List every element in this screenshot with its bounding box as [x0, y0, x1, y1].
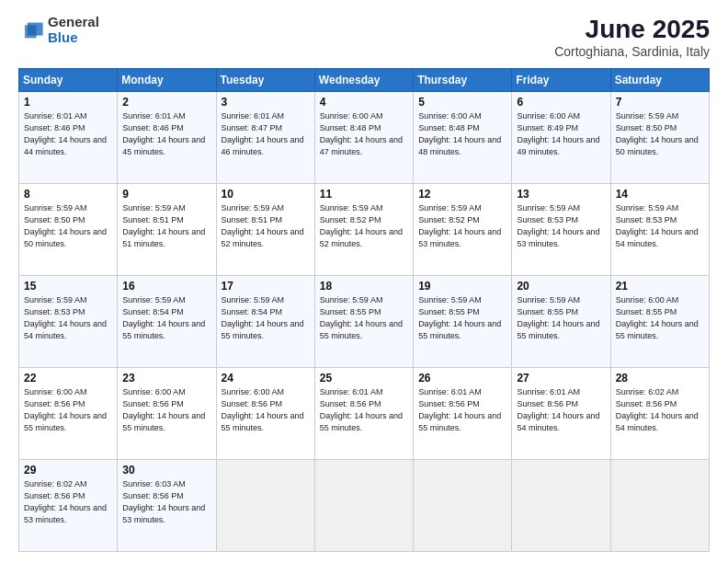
table-row: 11Sunrise: 5:59 AMSunset: 8:52 PMDayligh… [314, 184, 413, 276]
day-number: 7 [616, 96, 704, 109]
day-number: 29 [24, 464, 112, 477]
table-row: 13Sunrise: 5:59 AMSunset: 8:53 PMDayligh… [512, 184, 610, 276]
table-row: 30Sunrise: 6:03 AMSunset: 8:56 PMDayligh… [118, 460, 216, 552]
day-info: Sunrise: 5:59 AMSunset: 8:52 PMDaylight:… [418, 202, 506, 250]
day-info: Sunrise: 6:00 AMSunset: 8:48 PMDaylight:… [320, 110, 408, 158]
day-info: Sunrise: 5:59 AMSunset: 8:51 PMDaylight:… [222, 202, 310, 250]
day-info: Sunrise: 6:00 AMSunset: 8:56 PMDaylight:… [24, 386, 112, 434]
table-row: 15Sunrise: 5:59 AMSunset: 8:53 PMDayligh… [19, 276, 118, 368]
day-info: Sunrise: 6:01 AMSunset: 8:56 PMDaylight:… [418, 386, 506, 434]
day-info: Sunrise: 6:00 AMSunset: 8:56 PMDaylight:… [222, 386, 310, 434]
table-row: 6Sunrise: 6:00 AMSunset: 8:49 PMDaylight… [512, 92, 610, 184]
table-row: 7Sunrise: 5:59 AMSunset: 8:50 PMDaylight… [610, 92, 709, 184]
day-number: 13 [517, 188, 605, 201]
logo-text: General Blue [48, 15, 99, 45]
day-info: Sunrise: 5:59 AMSunset: 8:55 PMDaylight:… [418, 294, 506, 342]
table-row: 14Sunrise: 5:59 AMSunset: 8:53 PMDayligh… [610, 184, 709, 276]
table-row: 9Sunrise: 5:59 AMSunset: 8:51 PMDaylight… [118, 184, 216, 276]
day-info: Sunrise: 5:59 AMSunset: 8:54 PMDaylight:… [122, 294, 210, 342]
day-info: Sunrise: 6:01 AMSunset: 8:47 PMDaylight:… [222, 110, 310, 158]
logo-general: General [48, 15, 99, 30]
day-number: 30 [122, 464, 210, 477]
table-row [610, 460, 709, 552]
day-number: 25 [320, 372, 408, 385]
table-row: 22Sunrise: 6:00 AMSunset: 8:56 PMDayligh… [19, 368, 118, 460]
day-number: 28 [616, 372, 704, 385]
day-info: Sunrise: 6:02 AMSunset: 8:56 PMDaylight:… [616, 386, 704, 434]
day-info: Sunrise: 5:59 AMSunset: 8:53 PMDaylight:… [616, 202, 704, 250]
day-info: Sunrise: 5:59 AMSunset: 8:51 PMDaylight:… [122, 202, 210, 250]
col-monday: Monday [118, 69, 216, 92]
table-row: 10Sunrise: 5:59 AMSunset: 8:51 PMDayligh… [216, 184, 314, 276]
day-number: 8 [24, 188, 112, 201]
table-row: 16Sunrise: 5:59 AMSunset: 8:54 PMDayligh… [118, 276, 216, 368]
day-number: 24 [222, 372, 310, 385]
day-info: Sunrise: 5:59 AMSunset: 8:53 PMDaylight:… [517, 202, 605, 250]
table-row: 18Sunrise: 5:59 AMSunset: 8:55 PMDayligh… [314, 276, 413, 368]
day-info: Sunrise: 5:59 AMSunset: 8:50 PMDaylight:… [24, 202, 112, 250]
logo-icon [18, 17, 44, 43]
day-info: Sunrise: 5:59 AMSunset: 8:54 PMDaylight:… [222, 294, 310, 342]
day-info: Sunrise: 6:01 AMSunset: 8:46 PMDaylight:… [24, 110, 112, 158]
col-saturday: Saturday [610, 69, 709, 92]
table-row [216, 460, 314, 552]
page: General Blue June 2025 Cortoghiana, Sard… [0, 0, 728, 563]
header: General Blue June 2025 Cortoghiana, Sard… [18, 15, 710, 59]
day-number: 20 [517, 280, 605, 293]
table-row: 25Sunrise: 6:01 AMSunset: 8:56 PMDayligh… [314, 368, 413, 460]
table-row: 17Sunrise: 5:59 AMSunset: 8:54 PMDayligh… [216, 276, 314, 368]
day-number: 18 [320, 280, 408, 293]
table-row: 8Sunrise: 5:59 AMSunset: 8:50 PMDaylight… [19, 184, 118, 276]
svg-marker-1 [25, 25, 37, 38]
day-number: 3 [222, 96, 310, 109]
day-info: Sunrise: 5:59 AMSunset: 8:55 PMDaylight:… [517, 294, 605, 342]
day-info: Sunrise: 6:00 AMSunset: 8:49 PMDaylight:… [517, 110, 605, 158]
table-row: 29Sunrise: 6:02 AMSunset: 8:56 PMDayligh… [19, 460, 118, 552]
day-number: 11 [320, 188, 408, 201]
logo-blue: Blue [48, 30, 99, 46]
day-number: 10 [222, 188, 310, 201]
day-number: 5 [418, 96, 506, 109]
day-number: 21 [616, 280, 704, 293]
day-number: 14 [616, 188, 704, 201]
subtitle: Cortoghiana, Sardinia, Italy [554, 44, 710, 59]
day-info: Sunrise: 6:00 AMSunset: 8:56 PMDaylight:… [122, 386, 210, 434]
table-row: 1Sunrise: 6:01 AMSunset: 8:46 PMDaylight… [19, 92, 118, 184]
title-block: June 2025 Cortoghiana, Sardinia, Italy [554, 15, 710, 59]
day-info: Sunrise: 5:59 AMSunset: 8:52 PMDaylight:… [320, 202, 408, 250]
calendar: Sunday Monday Tuesday Wednesday Thursday… [18, 68, 710, 552]
day-number: 16 [122, 280, 210, 293]
col-sunday: Sunday [19, 69, 118, 92]
day-info: Sunrise: 6:01 AMSunset: 8:46 PMDaylight:… [122, 110, 210, 158]
day-number: 26 [418, 372, 506, 385]
day-number: 22 [24, 372, 112, 385]
day-info: Sunrise: 5:59 AMSunset: 8:55 PMDaylight:… [320, 294, 408, 342]
col-wednesday: Wednesday [314, 69, 413, 92]
day-number: 19 [418, 280, 506, 293]
day-number: 12 [418, 188, 506, 201]
table-row [414, 460, 512, 552]
col-friday: Friday [512, 69, 610, 92]
day-number: 9 [122, 188, 210, 201]
table-row: 27Sunrise: 6:01 AMSunset: 8:56 PMDayligh… [512, 368, 610, 460]
table-row: 28Sunrise: 6:02 AMSunset: 8:56 PMDayligh… [610, 368, 709, 460]
day-info: Sunrise: 6:02 AMSunset: 8:56 PMDaylight:… [24, 478, 112, 526]
day-info: Sunrise: 6:01 AMSunset: 8:56 PMDaylight:… [320, 386, 408, 434]
day-number: 2 [122, 96, 210, 109]
col-thursday: Thursday [414, 69, 512, 92]
table-row [314, 460, 413, 552]
table-row: 24Sunrise: 6:00 AMSunset: 8:56 PMDayligh… [216, 368, 314, 460]
table-row: 3Sunrise: 6:01 AMSunset: 8:47 PMDaylight… [216, 92, 314, 184]
day-number: 6 [517, 96, 605, 109]
day-info: Sunrise: 6:03 AMSunset: 8:56 PMDaylight:… [122, 478, 210, 526]
day-info: Sunrise: 5:59 AMSunset: 8:53 PMDaylight:… [24, 294, 112, 342]
day-info: Sunrise: 5:59 AMSunset: 8:50 PMDaylight:… [616, 110, 704, 158]
main-title: June 2025 [554, 15, 710, 44]
day-number: 23 [122, 372, 210, 385]
calendar-header-row: Sunday Monday Tuesday Wednesday Thursday… [19, 69, 710, 92]
logo: General Blue [18, 15, 99, 45]
day-number: 4 [320, 96, 408, 109]
table-row: 4Sunrise: 6:00 AMSunset: 8:48 PMDaylight… [314, 92, 413, 184]
table-row: 2Sunrise: 6:01 AMSunset: 8:46 PMDaylight… [118, 92, 216, 184]
table-row: 12Sunrise: 5:59 AMSunset: 8:52 PMDayligh… [414, 184, 512, 276]
